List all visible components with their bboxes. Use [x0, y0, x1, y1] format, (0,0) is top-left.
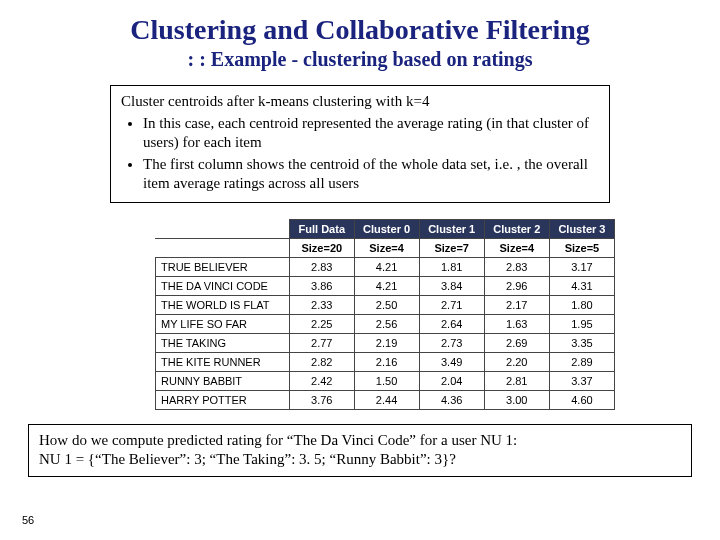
cell: 3.86	[290, 276, 354, 295]
cell: 1.50	[354, 371, 419, 390]
question-line-2: NU 1 = {“The Believer”: 3; “The Taking”:…	[39, 450, 681, 470]
cell: 2.83	[484, 257, 549, 276]
size-cell: Size=4	[484, 238, 549, 257]
col-cluster1: Cluster 1	[419, 219, 484, 238]
row-label: HARRY POTTER	[156, 390, 290, 409]
cell: 4.21	[354, 276, 419, 295]
cell: 1.81	[419, 257, 484, 276]
table-row: MY LIFE SO FAR2.252.562.641.631.95	[156, 314, 615, 333]
cell: 4.21	[354, 257, 419, 276]
col-fulldata: Full Data	[290, 219, 354, 238]
cell: 2.25	[290, 314, 354, 333]
cell: 2.69	[484, 333, 549, 352]
question-line-1: How do we compute predicted rating for “…	[39, 431, 681, 451]
table-header-row: Full Data Cluster 0 Cluster 1 Cluster 2 …	[156, 219, 615, 238]
table-row: RUNNY BABBIT2.421.502.042.813.37	[156, 371, 615, 390]
cell: 2.77	[290, 333, 354, 352]
corner-cell	[156, 238, 290, 257]
size-cell: Size=5	[549, 238, 614, 257]
cell: 2.64	[419, 314, 484, 333]
cell: 2.04	[419, 371, 484, 390]
col-cluster3: Cluster 3	[549, 219, 614, 238]
cell: 2.19	[354, 333, 419, 352]
size-cell: Size=20	[290, 238, 354, 257]
cell: 2.17	[484, 295, 549, 314]
cell: 2.83	[290, 257, 354, 276]
size-cell: Size=7	[419, 238, 484, 257]
cell: 2.73	[419, 333, 484, 352]
corner-cell	[156, 219, 290, 238]
cell: 3.84	[419, 276, 484, 295]
page-title: Clustering and Collaborative Filtering	[0, 14, 720, 46]
cell: 2.50	[354, 295, 419, 314]
cell: 2.20	[484, 352, 549, 371]
cell: 2.56	[354, 314, 419, 333]
cell: 2.82	[290, 352, 354, 371]
cell: 2.42	[290, 371, 354, 390]
row-label: TRUE BELIEVER	[156, 257, 290, 276]
cell: 2.89	[549, 352, 614, 371]
cell: 2.81	[484, 371, 549, 390]
cell: 1.63	[484, 314, 549, 333]
row-label: THE TAKING	[156, 333, 290, 352]
table-row: THE DA VINCI CODE3.864.213.842.964.31	[156, 276, 615, 295]
page-number: 56	[22, 514, 34, 526]
cell: 3.49	[419, 352, 484, 371]
cell: 4.60	[549, 390, 614, 409]
info-box: Cluster centroids after k-means clusteri…	[110, 85, 610, 203]
cell: 3.76	[290, 390, 354, 409]
row-label: THE DA VINCI CODE	[156, 276, 290, 295]
table-row: THE KITE RUNNER2.822.163.492.202.89	[156, 352, 615, 371]
row-label: RUNNY BABBIT	[156, 371, 290, 390]
cell: 2.16	[354, 352, 419, 371]
cell: 3.37	[549, 371, 614, 390]
col-cluster2: Cluster 2	[484, 219, 549, 238]
row-label: THE WORLD IS FLAT	[156, 295, 290, 314]
cell: 2.44	[354, 390, 419, 409]
row-label: MY LIFE SO FAR	[156, 314, 290, 333]
centroid-table: Full Data Cluster 0 Cluster 1 Cluster 2 …	[155, 219, 615, 410]
question-box: How do we compute predicted rating for “…	[28, 424, 692, 477]
table-size-row: Size=20 Size=4 Size=7 Size=4 Size=5	[156, 238, 615, 257]
table-row: THE TAKING2.772.192.732.693.35	[156, 333, 615, 352]
cell: 1.95	[549, 314, 614, 333]
cell: 3.17	[549, 257, 614, 276]
data-table-wrap: Full Data Cluster 0 Cluster 1 Cluster 2 …	[155, 219, 615, 410]
cell: 4.31	[549, 276, 614, 295]
cell: 4.36	[419, 390, 484, 409]
size-cell: Size=4	[354, 238, 419, 257]
table-row: TRUE BELIEVER2.834.211.812.833.17	[156, 257, 615, 276]
cell: 3.35	[549, 333, 614, 352]
info-lead: Cluster centroids after k-means clusteri…	[121, 93, 429, 109]
table-row: THE WORLD IS FLAT2.332.502.712.171.80	[156, 295, 615, 314]
page-subtitle: : : Example - clustering based on rating…	[0, 48, 720, 71]
col-cluster0: Cluster 0	[354, 219, 419, 238]
cell: 2.96	[484, 276, 549, 295]
info-bullet-2: The first column shows the centroid of t…	[143, 155, 599, 194]
info-bullet-1: In this case, each centroid represented …	[143, 114, 599, 153]
table-row: HARRY POTTER3.762.444.363.004.60	[156, 390, 615, 409]
cell: 2.33	[290, 295, 354, 314]
row-label: THE KITE RUNNER	[156, 352, 290, 371]
cell: 1.80	[549, 295, 614, 314]
cell: 2.71	[419, 295, 484, 314]
cell: 3.00	[484, 390, 549, 409]
